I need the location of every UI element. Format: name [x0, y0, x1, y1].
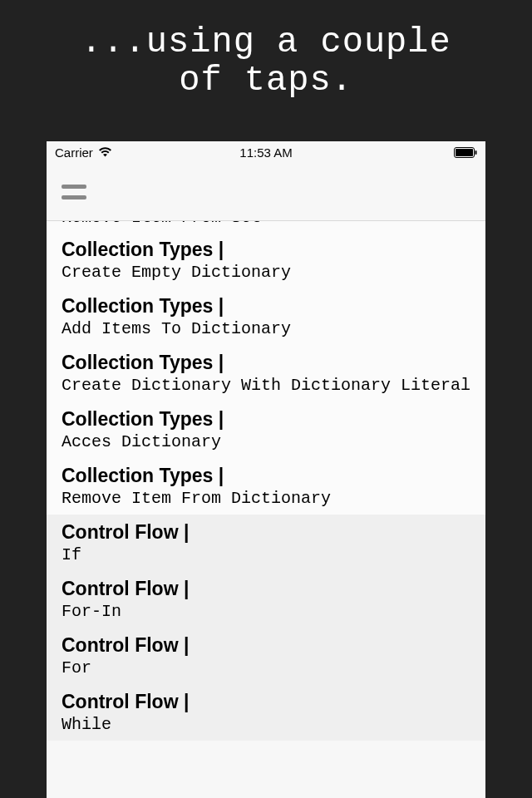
svg-rect-2 [475, 150, 477, 155]
caption-line-1: ...using a couple [81, 22, 451, 62]
row-category: Collection Types | [62, 239, 470, 261]
row-category: Collection Types | [62, 352, 470, 374]
marketing-caption: ...using a couple of taps. [0, 0, 532, 100]
list-item[interactable]: Collection Types |Add Items To Dictionar… [47, 288, 485, 345]
row-title: Add Items To Dictionary [62, 319, 470, 338]
list-item[interactable]: Collection Types |Acces Dictionary [47, 401, 485, 458]
carrier-label: Carrier [55, 145, 93, 160]
row-title: Acces Dictionary [62, 432, 470, 451]
nav-bar [47, 163, 485, 221]
list-item[interactable]: Control Flow |For [47, 628, 485, 684]
list-item[interactable]: Collection Types |Remove Item From Dicti… [47, 458, 485, 515]
row-title: Remove Item From Dictionary [62, 489, 470, 508]
list-item[interactable]: Control Flow |While [47, 684, 485, 741]
status-right [454, 147, 477, 158]
wifi-icon [98, 147, 112, 157]
topics-list[interactable]: Remove Item From SetCollection Types |Cr… [47, 221, 485, 741]
list-item[interactable]: Control Flow |For-In [47, 571, 485, 628]
row-title: If [62, 545, 470, 564]
phone-screen: Carrier 11:53 AM Remove Item From SetCol… [47, 141, 485, 798]
row-category: Collection Types | [62, 295, 470, 318]
list-item[interactable]: Remove Item From Set [47, 221, 485, 232]
row-title: Create Dictionary With Dictionary Litera… [62, 376, 470, 395]
row-title: For [62, 658, 470, 677]
row-category: Collection Types | [62, 465, 470, 487]
menu-icon[interactable] [62, 183, 88, 201]
list-item[interactable]: Collection Types |Create Dictionary With… [47, 345, 485, 401]
row-category: Control Flow | [62, 634, 470, 657]
list-item[interactable]: Control Flow |If [47, 515, 485, 571]
row-title: Remove Item From Set [62, 221, 470, 227]
caption-line-2: of taps. [179, 61, 353, 101]
row-category: Collection Types | [62, 408, 470, 431]
row-category: Control Flow | [62, 691, 470, 713]
row-title: While [62, 715, 470, 734]
row-title: For-In [62, 602, 470, 621]
list-item[interactable]: Collection Types |Create Empty Dictionar… [47, 232, 485, 288]
status-bar: Carrier 11:53 AM [47, 141, 485, 163]
status-left: Carrier [55, 145, 112, 160]
row-title: Create Empty Dictionary [62, 263, 470, 282]
clock-label: 11:53 AM [47, 145, 485, 160]
row-category: Control Flow | [62, 521, 470, 544]
battery-icon [454, 147, 477, 158]
row-category: Control Flow | [62, 578, 470, 600]
svg-rect-1 [456, 149, 473, 156]
